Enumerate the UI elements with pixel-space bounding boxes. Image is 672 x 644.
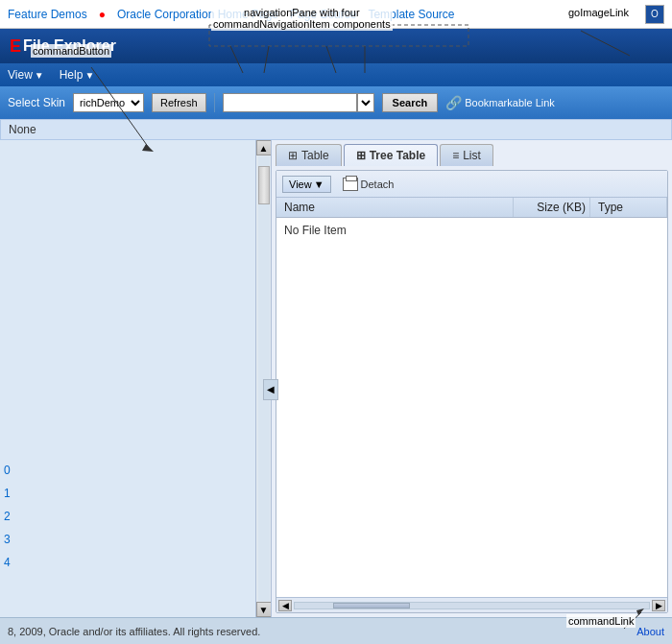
col-header-name: Name — [276, 198, 514, 217]
refresh-button[interactable]: Refresh — [152, 93, 206, 112]
help-menu-label: Help — [60, 68, 84, 82]
feature-demos-link[interactable]: Feature Demos — [8, 8, 87, 21]
top-nav-bar: Feature Demos ● Oracle Corporation Home … — [0, 0, 672, 29]
link-icon: 🔗 — [445, 95, 462, 110]
col-header-size: Size (KB) — [514, 198, 590, 217]
none-text: None — [9, 123, 36, 136]
list-tab-label: List — [463, 149, 481, 162]
view-btn-label: View — [289, 179, 312, 190]
left-panel: ▲ ▼ 0 1 2 3 4 ◀ — [0, 140, 272, 617]
table-tab-label: Table — [301, 149, 329, 162]
no-file-item: No File Item — [284, 222, 660, 239]
scroll-up-button[interactable]: ▲ — [256, 140, 272, 155]
tab-bar: ⊞ Table ⊞ Tree Table ≡ List — [276, 144, 668, 166]
left-num-0[interactable]: 0 — [4, 464, 11, 477]
template-source-link[interactable]: Template Source — [368, 8, 454, 21]
logo-e: E — [10, 36, 21, 57]
table-tab-icon: ⊞ — [288, 149, 298, 162]
toolbar-bar: Select Skin richDemo Refresh Search 🔗 Bo… — [0, 86, 672, 119]
horizontal-scrollbar[interactable]: ◀ ▶ — [276, 597, 667, 612]
right-panel: ⊞ Table ⊞ Tree Table ≡ List View ▼ — [272, 140, 672, 617]
col-header-type: Type — [590, 198, 667, 217]
search-button[interactable]: Search — [382, 93, 439, 112]
oracle-home-link[interactable]: Oracle Corporation Home Page — [117, 8, 278, 21]
search-input-group — [223, 93, 374, 112]
view-button[interactable]: View ▼ — [282, 176, 331, 193]
view-menu-arrow: ▼ — [35, 70, 44, 81]
left-num-4[interactable]: 4 — [4, 556, 11, 569]
tab-list[interactable]: ≡ List — [440, 144, 493, 166]
skin-select[interactable]: richDemo — [73, 93, 144, 112]
tree-table-tab-label: Tree Table — [370, 149, 425, 162]
tab-tree-table[interactable]: ⊞ Tree Table — [344, 144, 438, 166]
left-num-3[interactable]: 3 — [4, 533, 11, 546]
left-num-2[interactable]: 2 — [4, 510, 11, 523]
view-menu[interactable]: View ▼ — [8, 68, 44, 82]
view-menu-label: View — [8, 68, 33, 82]
table-body: No File Item — [276, 218, 667, 597]
left-num-1[interactable]: 1 — [4, 487, 11, 500]
footer: 8, 2009, Oracle and/or its affiliates. A… — [0, 617, 672, 644]
tab-table[interactable]: ⊞ Table — [276, 144, 342, 166]
scroll-left-button[interactable]: ◀ — [278, 600, 292, 611]
tree-table-tab-icon: ⊞ — [356, 149, 366, 162]
scroll-thumb[interactable] — [258, 166, 270, 204]
view-btn-arrow: ▼ — [314, 179, 324, 190]
detach-icon — [343, 178, 358, 191]
detach-label: Detach — [361, 179, 395, 190]
left-scroll-area: ▲ ▼ — [0, 140, 271, 617]
left-numbers: 0 1 2 3 4 — [4, 464, 11, 569]
scroll-right-button[interactable]: ▶ — [652, 600, 665, 611]
help-menu-arrow: ▼ — [84, 70, 94, 81]
help-menu[interactable]: Help ▼ — [60, 68, 95, 82]
bookmark-label: Bookmarkable Link — [465, 97, 555, 108]
app-title: File Explorer — [23, 37, 116, 55]
table-toolbar: View ▼ Detach — [276, 171, 667, 198]
select-skin-label: Select Skin — [8, 96, 65, 109]
logo-bar: E File Explorer — [0, 29, 672, 63]
scroll-down-button[interactable]: ▼ — [256, 602, 272, 617]
table-content: Name Size (KB) Type No File Item — [276, 198, 667, 597]
h-scroll-track — [294, 602, 650, 609]
search-dropdown[interactable] — [357, 93, 374, 112]
panel-collapse-button[interactable]: ◀ — [263, 379, 278, 400]
table-header: Name Size (KB) Type — [276, 198, 667, 218]
table-panel: View ▼ Detach Name Size (KB) Type No Fil… — [276, 170, 668, 613]
search-text-input[interactable] — [223, 93, 357, 112]
bookmarkable-link[interactable]: 🔗 Bookmarkable Link — [445, 95, 555, 110]
menu-bar: View ▼ Help ▼ — [0, 63, 672, 86]
oracle-logo-icon: ● — [99, 8, 106, 21]
copyright-text: 8, 2009, Oracle and/or its affiliates. A… — [8, 626, 260, 637]
main-content: ▲ ▼ 0 1 2 3 4 ◀ ⊞ Table ⊞ — [0, 140, 672, 617]
page-source-link[interactable]: Page Source — [290, 8, 356, 21]
h-scroll-thumb[interactable] — [333, 603, 410, 608]
list-tab-icon: ≡ — [452, 149, 459, 162]
none-bar: None — [0, 119, 672, 140]
detach-button[interactable]: Detach — [337, 176, 400, 193]
about-link[interactable]: About — [636, 626, 664, 637]
